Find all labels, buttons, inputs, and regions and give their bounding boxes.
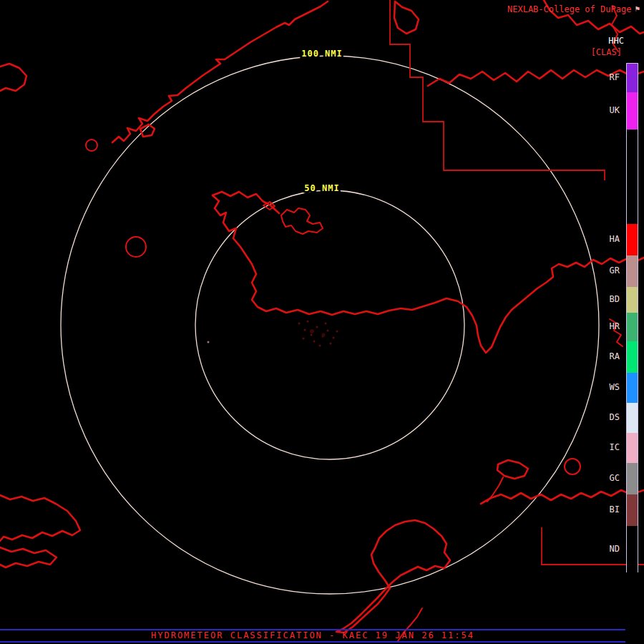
coastline-main-south (213, 195, 644, 353)
legend-label-bd: BD (610, 294, 620, 304)
range-rings (61, 56, 599, 594)
legend-seg-uk (627, 92, 638, 130)
island-bottom-large (336, 520, 450, 633)
coastlines (0, 0, 644, 641)
radar-map: 100 NMI 50 NMI (0, 0, 644, 644)
legend-color-bar (626, 63, 638, 572)
islet-circle-mid (126, 237, 146, 257)
radar-display: 100 NMI 50 NMI NEXLAB-College of DuPage … (0, 0, 644, 644)
legend-seg-hr (627, 313, 638, 341)
legend-label-ra: RA (610, 351, 620, 361)
boundary-step-top (390, 0, 605, 180)
legend-seg-gr (627, 255, 638, 287)
islet-left-edge (0, 64, 26, 91)
coastline-arc-islet (140, 125, 155, 137)
legend-seg-rf (627, 64, 638, 92)
range-ring-100nmi (61, 56, 599, 594)
legend-label-ds: DS (610, 412, 620, 422)
flag-icon: ⚑ (635, 4, 640, 14)
product-caption: HYDROMETEOR CLASSIFICATION - KAEC 19 JAN… (0, 630, 625, 640)
coastline-bottomright-connector (487, 477, 503, 502)
legend-seg-gc (627, 463, 638, 494)
legend-seg-bd (627, 287, 638, 313)
legend-seg-ws (627, 373, 638, 403)
legend-label-ic: IC (610, 442, 620, 452)
legend-title: HHC (608, 36, 624, 46)
legend-label-ha: HA (610, 234, 620, 244)
island-bottomright-blob (497, 460, 528, 479)
coastline-northwest-arc (112, 1, 328, 142)
brand: NEXLAB-College of DuPage ⚑ (507, 4, 640, 14)
legend-label-nd: ND (610, 544, 620, 554)
legend-seg-gap (627, 130, 638, 224)
legend-seg-bi (627, 494, 638, 526)
legend-seg-ds (627, 403, 638, 433)
islet-circle-bottomright (565, 459, 580, 474)
legend-subtitle: [CLAS] (591, 47, 622, 57)
legend-seg-ic (627, 433, 638, 463)
legend-seg-nd (627, 526, 638, 573)
legend-label-ws: WS (610, 382, 620, 392)
legend-label-rf: RF (610, 72, 620, 82)
ring-label-50nmi: 50 NMI (304, 183, 339, 193)
legend-label-uk: UK (610, 105, 620, 115)
coastline-bottomleft-lower (0, 547, 57, 567)
legend-labels: RFUKHAGRBDHRRAWSDSICGCBIND (590, 63, 623, 572)
islet-circle-small (86, 140, 97, 151)
coastline-topright-blob (394, 1, 419, 34)
legend-label-gr: GR (610, 265, 620, 275)
legend-seg-ha (627, 224, 638, 255)
footer-rule-bottom (0, 641, 625, 643)
radar-echoes (208, 321, 338, 347)
coastline-bottomleft-upper (0, 495, 80, 541)
legend-seg-ra (627, 341, 638, 373)
ring-label-100nmi: 100 NMI (301, 49, 343, 59)
brand-text: NEXLAB-College of DuPage (507, 4, 631, 14)
legend-label-hr: HR (610, 321, 620, 331)
legend-label-gc: GC (610, 473, 620, 483)
island-cluster-center (281, 208, 323, 234)
legend-label-bi: BI (610, 504, 620, 514)
